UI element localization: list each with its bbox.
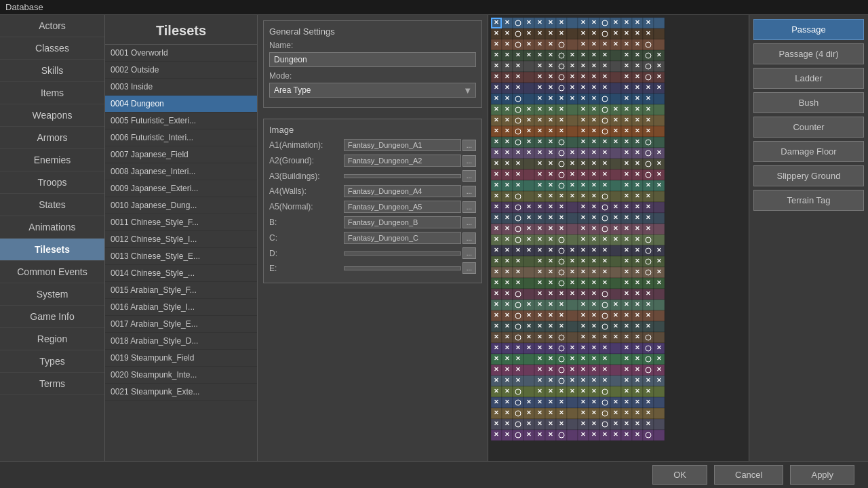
mode-select[interactable]: Area TypeWorld Map [269, 83, 476, 98]
image-field-row: A4(Walls):Fantasy_Dungeon_A4... [269, 185, 476, 197]
name-input[interactable] [269, 52, 476, 67]
tileset-list-item[interactable]: 0007 Japanese_Field [105, 146, 257, 163]
right-btn-slippery-ground[interactable]: Slippery Ground [753, 165, 864, 186]
ok-button[interactable]: OK [652, 465, 707, 485]
right-btn-bush[interactable]: Bush [753, 92, 864, 113]
image-field-row: B:Fantasy_Dungeon_B... [269, 216, 476, 228]
sidebar-item-armors[interactable]: Armors [0, 127, 104, 149]
tileset-list-item[interactable]: 0004 Dungeon [105, 96, 257, 113]
sidebar-item-items[interactable]: Items [0, 82, 104, 104]
title-bar: Database [0, 0, 868, 15]
image-field-value[interactable]: Fantasy_Dungeon_A2 [344, 155, 461, 167]
image-field-browse-button[interactable]: ... [462, 140, 476, 151]
tileset-list-item[interactable]: 0021 Steampunk_Exte... [105, 384, 257, 401]
tileset-list-item[interactable]: 0002 Outside [105, 62, 257, 79]
image-field-label: A3(Buildings): [269, 171, 344, 181]
image-field-browse-button[interactable]: ... [462, 247, 476, 259]
image-field-label: D: [269, 249, 344, 258]
tileset-list-item[interactable]: 0009 Japanese_Exteri... [105, 180, 257, 197]
image-field-row: D:... [269, 247, 476, 259]
tileset-list-item[interactable]: 0018 Arabian_Style_D... [105, 333, 257, 350]
apply-button[interactable]: Apply [790, 465, 854, 485]
image-field-label: A4(Walls): [269, 186, 344, 196]
image-field-label: A1(Animation): [269, 140, 344, 150]
tileset-list-item[interactable]: 0013 Chinese_Style_E... [105, 248, 257, 265]
image-field-browse-button[interactable]: ... [462, 201, 476, 213]
tileset-list-item[interactable]: 0010 Japanese_Dung... [105, 197, 257, 214]
tile-panel: ABC [488, 15, 749, 485]
image-field-row: A5(Normal):Fantasy_Dungeon_A5... [269, 201, 476, 213]
image-field-row: A1(Animation):Fantasy_Dungeon_A1... [269, 139, 476, 151]
tileset-panel: Tilesets 0001 Overworld0002 Outside0003 … [105, 15, 258, 485]
image-field-browse-button[interactable]: ... [462, 232, 476, 244]
general-settings-title: General Settings [269, 26, 476, 37]
tileset-list-item[interactable]: 0001 Overworld [105, 45, 257, 62]
tileset-list-item[interactable]: 0003 Inside [105, 79, 257, 96]
tileset-list-item[interactable]: 0016 Arabian_Style_I... [105, 299, 257, 316]
cancel-button[interactable]: Cancel [714, 465, 783, 485]
image-field-value[interactable]: Fantasy_Dungeon_A5 [344, 201, 461, 213]
image-field-row: A2(Ground):Fantasy_Dungeon_A2... [269, 155, 476, 167]
mode-label: Mode: [269, 71, 476, 81]
image-field-value[interactable]: Fantasy_Dungeon_C [344, 232, 461, 244]
image-field-label: C: [269, 233, 344, 243]
sidebar: ActorsClassesSkillsItemsWeaponsArmorsEne… [0, 15, 105, 485]
sidebar-item-system[interactable]: System [0, 283, 104, 306]
image-field-browse-button[interactable]: ... [462, 155, 476, 167]
tileset-list-item[interactable]: 0015 Arabian_Style_F... [105, 282, 257, 299]
right-btn-counter[interactable]: Counter [753, 117, 864, 138]
image-field-row: C:Fantasy_Dungeon_C... [269, 232, 476, 244]
sidebar-item-skills[interactable]: Skills [0, 60, 104, 82]
sidebar-item-weapons[interactable]: Weapons [0, 104, 104, 127]
tile-grid-area [488, 15, 749, 462]
right-btn-passage[interactable]: Passage [753, 19, 864, 40]
tileset-list-item[interactable]: 0017 Arabian_Style_E... [105, 316, 257, 333]
bottom-bar: OK Cancel Apply [0, 461, 868, 488]
image-field-browse-button[interactable]: ... [462, 262, 476, 274]
image-field-label: B: [269, 218, 344, 227]
image-settings-title: Image [269, 125, 476, 135]
tileset-list-item[interactable]: 0019 Steampunk_Field [105, 350, 257, 367]
sidebar-item-troops[interactable]: Troops [0, 171, 104, 194]
sidebar-item-tilesets[interactable]: Tilesets [0, 239, 104, 261]
right-btn-damage-floor[interactable]: Damage Floor [753, 141, 864, 162]
tileset-list-item[interactable]: 0011 Chinese_Style_F... [105, 214, 257, 231]
sidebar-item-game-info[interactable]: Game Info [0, 306, 104, 328]
sidebar-item-common-events[interactable]: Common Events [0, 261, 104, 283]
image-field-value[interactable] [344, 174, 461, 178]
image-field-browse-button[interactable]: ... [462, 217, 476, 228]
tileset-panel-title: Tilesets [105, 15, 257, 45]
image-field-value[interactable] [344, 251, 461, 256]
sidebar-item-types[interactable]: Types [0, 350, 104, 373]
image-field-value[interactable] [344, 266, 461, 270]
image-field-browse-button[interactable]: ... [462, 186, 476, 197]
tileset-list-item[interactable]: 0006 Futuristic_Interi... [105, 129, 257, 146]
sidebar-item-states[interactable]: States [0, 194, 104, 216]
tileset-list: 0001 Overworld0002 Outside0003 Inside000… [105, 45, 257, 485]
image-settings-box: Image A1(Animation):Fantasy_Dungeon_A1..… [263, 119, 482, 283]
right-btn-passage4dir[interactable]: Passage (4 dir) [753, 43, 864, 64]
tileset-list-item[interactable]: 0020 Steampunk_Inte... [105, 367, 257, 384]
sidebar-item-terms[interactable]: Terms [0, 373, 104, 395]
right-btn-ladder[interactable]: Ladder [753, 68, 864, 89]
image-field-label: E: [269, 264, 344, 273]
sidebar-item-animations[interactable]: Animations [0, 216, 104, 239]
tileset-list-item[interactable]: 0014 Chinese_Style_... [105, 265, 257, 282]
image-field-value[interactable]: Fantasy_Dungeon_B [344, 216, 461, 228]
sidebar-item-classes[interactable]: Classes [0, 37, 104, 60]
image-field-browse-button[interactable]: ... [462, 170, 476, 182]
center-panel: General Settings Name: Mode: Area TypeWo… [258, 15, 488, 485]
right-btn-terrain-tag[interactable]: Terrain Tag [753, 190, 864, 211]
right-panel: PassagePassage (4 dir)LadderBushCounterD… [749, 15, 868, 485]
sidebar-item-region[interactable]: Region [0, 328, 104, 350]
sidebar-item-enemies[interactable]: Enemies [0, 149, 104, 171]
tile-grid-canvas[interactable] [491, 18, 667, 441]
tileset-list-item[interactable]: 0012 Chinese_Style_I... [105, 231, 257, 248]
tileset-list-item[interactable]: 0008 Japanese_Interi... [105, 163, 257, 180]
tileset-list-item[interactable]: 0005 Futuristic_Exteri... [105, 113, 257, 129]
sidebar-item-actors[interactable]: Actors [0, 15, 104, 37]
name-label: Name: [269, 41, 476, 50]
image-field-row: E:... [269, 262, 476, 274]
image-field-value[interactable]: Fantasy_Dungeon_A4 [344, 185, 461, 197]
image-field-value[interactable]: Fantasy_Dungeon_A1 [344, 139, 461, 151]
